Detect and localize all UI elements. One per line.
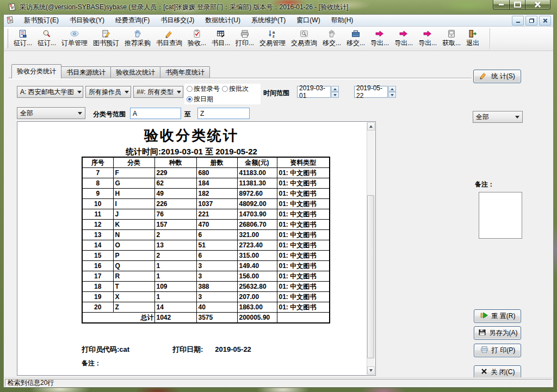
tab-strip: 验收分类统计 书目来源统计 验收批次统计 书商年度统计 (11, 64, 209, 78)
minimize-icon (499, 4, 504, 5)
table-row: 15P26315.0001: 中文图书 (82, 251, 330, 261)
toolbar-exit[interactable]: 退出 (463, 28, 482, 49)
toolbar-recommend[interactable]: 推荐采购 (122, 28, 153, 49)
toolbar-transfer-2[interactable]: 移交... (344, 28, 368, 49)
menu-accept[interactable]: 书目验收(Y) (64, 15, 110, 27)
save-as-button[interactable]: 另存为(A) (474, 326, 521, 340)
date-mode-group: 按登录号 按批次 按日期 (184, 84, 261, 104)
menu-transfer[interactable]: 书目移交(J) (155, 15, 200, 27)
toolbar: 征订... 征订... 订单管理 图书预订 推荐采购 书目查询 (4, 27, 553, 51)
toolbar-catalog-list[interactable]: 书目... (209, 28, 233, 49)
total-label: 总计 (82, 313, 154, 323)
spin-down-icon[interactable] (388, 92, 396, 98)
catalog-query-icon (164, 29, 174, 38)
dropdown-arrow-icon (125, 91, 129, 94)
note-textarea[interactable] (479, 192, 522, 239)
print-date-line: 打印日期:2019-05-22 (172, 345, 251, 354)
spin-up-icon[interactable] (388, 86, 396, 92)
toolbar-subscribe-2[interactable]: 征订... (35, 28, 59, 49)
spin-down-icon[interactable] (331, 92, 339, 98)
tab-source-stats[interactable]: 书目来源统计 (61, 66, 111, 78)
date-from-spinner[interactable]: 2019-03-01 (297, 86, 339, 98)
export-arrow-icon (399, 29, 409, 38)
maximize-button[interactable] (509, 0, 525, 10)
spin-up-icon[interactable] (331, 86, 339, 92)
scroll-down-icon[interactable] (367, 366, 375, 375)
date-from-value[interactable]: 2019-03-01 (297, 86, 331, 98)
tab-accept-class-stats[interactable]: 验收分类统计 (11, 64, 61, 78)
tab-page-border (8, 78, 472, 79)
menu-new-order[interactable]: 新书预订(E) (18, 15, 64, 27)
stat-button[interactable]: 统 计(S) (473, 70, 521, 83)
menu-maintenance[interactable]: 系统维护(T) (246, 15, 291, 27)
toolbar-trade-manage[interactable]: az 交易管理 (257, 28, 288, 49)
dropdown-arrow-icon (177, 91, 181, 94)
radio-by-login[interactable]: 按登录号 (184, 84, 220, 94)
toolbar-fetch[interactable]: 获取... (440, 28, 463, 49)
toolbar-transfer-1[interactable]: 移交... (320, 28, 344, 49)
to-label: 至 (184, 110, 191, 119)
tab-batch-stats[interactable]: 验收批次统计 (110, 66, 160, 78)
trade-manage-icon: az (268, 29, 277, 38)
maximize-icon (514, 2, 521, 8)
dropdown-arrow-icon (78, 112, 82, 115)
radio-selected-icon (187, 96, 193, 102)
document-icon (6, 16, 14, 26)
table-row: 18T10938825632.8001: 中文图书 (82, 282, 330, 292)
report-scrollbar[interactable] (367, 122, 375, 375)
toolbar-accept[interactable]: 验收... (185, 28, 209, 49)
scroll-up-icon[interactable] (367, 122, 375, 130)
class-from-input[interactable]: A (130, 108, 181, 119)
toolbar-subscribe-1[interactable]: 征订... (11, 28, 35, 49)
table-row: 13N26321.0001: 中文图书 (82, 230, 330, 240)
mdi-restore-button[interactable] (525, 16, 537, 26)
mdi-close-button[interactable] (539, 16, 551, 26)
minimize-button[interactable] (493, 0, 510, 10)
tab-vendor-year-stats[interactable]: 书商年度统计 (160, 66, 210, 78)
reset-button[interactable]: 重 置(R) (474, 309, 521, 323)
toolbar-catalog-query[interactable]: 书目查询 (153, 28, 185, 49)
subscribe-search-icon (42, 29, 52, 38)
report-table: 序号分类种数册数金额(元)资料类型 7F22968041183.0001: 中文… (82, 157, 330, 323)
toolbar-export-1[interactable]: 导出... (368, 28, 392, 49)
date-to-value[interactable]: 2019-05-22 (354, 86, 388, 98)
menu-statistics[interactable]: 数据统计(U) (200, 15, 246, 27)
close-button[interactable] (525, 0, 550, 10)
menu-bar: 新书预订(E) 书目验收(Y) 经费查询(F) 书目移交(J) 数据统计(U) … (4, 15, 553, 27)
status-message: 检索到信息20行 (5, 379, 552, 387)
stat-pen-icon (479, 71, 488, 82)
toolbar-export-2[interactable]: 导出... (392, 28, 416, 49)
print-button[interactable]: 打 印(P) (474, 344, 521, 357)
radio-by-batch[interactable]: 按批次 (220, 84, 249, 94)
client-area: 新书预订(E) 书目验收(Y) 经费查询(F) 书目移交(J) 数据统计(U) … (3, 14, 554, 388)
scrollbar-thumb[interactable] (367, 195, 374, 358)
toolbar-book-preorder[interactable]: 图书预订 (90, 28, 122, 49)
book-preorder-icon (101, 29, 111, 38)
menu-funds[interactable]: 经费查询(F) (110, 15, 155, 27)
mdi-minimize-button[interactable] (512, 16, 524, 26)
menu-window[interactable]: 窗口(W) (291, 15, 325, 27)
class-to-input[interactable]: Z (197, 108, 250, 119)
date-to-spinner[interactable]: 2019-05-22 (354, 86, 396, 98)
library-combo[interactable]: A: 西安邮电大学图 (17, 86, 83, 98)
table-row: 19X13207.0001: 中文图书 (82, 292, 330, 302)
toolbar-export-3[interactable]: 导出... (416, 28, 440, 49)
accept-check-icon (192, 29, 202, 38)
toolbar-separator (490, 28, 490, 49)
radio-by-date[interactable]: 按日期 (184, 94, 213, 104)
scope-combo[interactable]: 全部 (17, 107, 85, 119)
toolbar-print[interactable]: 打印... (233, 28, 257, 49)
toolbar-grip[interactable] (5, 29, 8, 48)
toolbar-order-manage[interactable]: 订单管理 (59, 28, 90, 49)
toolbar-trade-query[interactable]: 交易查询 (288, 28, 320, 49)
table-row: 7F22968041183.0001: 中文图书 (82, 168, 330, 178)
operator-combo[interactable]: 所有操作员 (85, 86, 131, 98)
report-subtitle: 统计时间:2019-03-01 至 2019-05-22 (17, 147, 366, 157)
menu-help[interactable]: 帮助(H) (326, 15, 359, 27)
window-controls (493, 0, 550, 10)
side-scope-combo[interactable]: 全部 (473, 111, 523, 123)
subscribe-doc-icon (18, 29, 28, 38)
report-viewer: 验收分类统计 统计时间:2019-03-01 至 2019-05-22 序号分类… (17, 121, 376, 376)
table-row: 9H491828972.6001: 中文图书 (82, 189, 330, 199)
type-combo[interactable]: ##: 所有类型 (133, 86, 183, 98)
